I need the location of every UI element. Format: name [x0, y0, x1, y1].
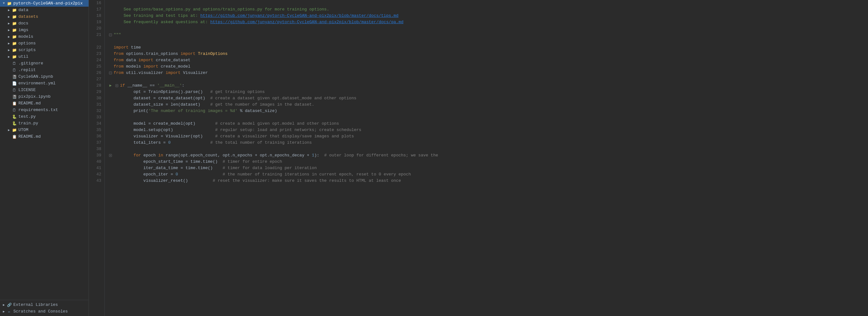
root-expand-arrow[interactable]: ▼	[1, 2, 6, 5]
datasets-label: datasets	[19, 14, 38, 19]
docs-arrow[interactable]: ▶	[6, 22, 11, 25]
datasets-arrow[interactable]: ▶	[6, 15, 11, 19]
root-folder-icon: 📁	[6, 1, 12, 6]
scripts-folder-icon: 📁	[11, 48, 17, 52]
data-arrow[interactable]: ▶	[6, 8, 11, 12]
code-line-35: model.setup(opt) # regular setup: load a…	[107, 127, 868, 133]
scratches-arrow[interactable]: ▶	[1, 310, 6, 313]
sidebar-item-cyclegan[interactable]: ▶ 📓 CycleGAN.ipynb	[0, 73, 89, 80]
fold-icon-26[interactable]	[109, 71, 112, 74]
models-folder-icon: 📁	[11, 35, 17, 39]
sidebar-item-license[interactable]: ▶ 🗒 LICENSE	[0, 87, 89, 93]
code-line-24: from data import create_dataset	[107, 57, 868, 63]
imgs-label: imgs	[19, 28, 28, 32]
sidebar-item-imgs[interactable]: ▶ 📁 imgs	[0, 27, 89, 33]
trainpy-file-icon: 🐍	[11, 121, 17, 126]
sidebar-item-testpy[interactable]: ▶ 🐍 test.py	[0, 113, 89, 120]
code-line-42: epoch_iter = 0 # the number of training …	[107, 171, 868, 178]
gutter-39[interactable]	[107, 154, 114, 157]
sidebar-item-pix2pix[interactable]: ▶ 📓 pix2pix.ipynb	[0, 93, 89, 100]
code-line-25: from models import create_model	[107, 63, 868, 70]
code-line-16	[107, 0, 868, 6]
code-line-blank	[107, 38, 868, 44]
docs-folder-icon: 📁	[11, 21, 17, 26]
license-file-icon: 🗒	[11, 88, 17, 92]
sidebar-item-utom[interactable]: ▶ 📁 UTOM	[0, 127, 89, 133]
options-label: options	[19, 41, 36, 46]
sidebar-item-scratches[interactable]: ▶ ✏️ Scratches and Consoles	[0, 308, 89, 315]
readme2-label: README.md	[19, 134, 41, 139]
sidebar-item-trainpy[interactable]: ▶ 🐍 train.py	[0, 120, 89, 127]
gutter-21	[107, 33, 114, 36]
fold-gutter-28[interactable]	[114, 84, 120, 87]
code-line-40: epoch_start_time = time.time() # timer f…	[107, 159, 868, 165]
sidebar-item-external-libraries[interactable]: ▶ 🔗 External Libraries	[0, 302, 89, 308]
util-folder-icon: 📁	[11, 55, 17, 59]
code-line-36: visualizer = Visualizer(opt) # create a …	[107, 133, 868, 139]
gutter-28[interactable]: ▶	[107, 83, 114, 89]
replit-file-icon: 🗒	[11, 68, 17, 72]
sidebar-item-replit[interactable]: ▶ 🗒 .replit	[0, 67, 89, 73]
code-area: 16 17 18 19 20 21 22 23 24 25 26 27 28 2…	[89, 0, 868, 316]
external-libraries-label: External Libraries	[13, 303, 58, 307]
code-line-39: for epoch in range(opt.epoch_count, opt.…	[107, 152, 868, 159]
sidebar-item-readme[interactable]: ▶ 📋 README.md	[0, 100, 89, 106]
readme-file-icon: 📋	[11, 101, 17, 106]
utom-arrow[interactable]: ▶	[6, 128, 11, 132]
scripts-label: scripts	[19, 48, 36, 52]
imgs-arrow[interactable]: ▶	[6, 28, 11, 32]
sidebar-item-options[interactable]: ▶ 📁 options	[0, 40, 89, 46]
tree-root[interactable]: ▼ 📁 pytorch-CycleGAN-and-pix2pix	[0, 0, 89, 7]
scripts-arrow[interactable]: ▶	[6, 48, 11, 52]
requirements-label: requirements.txt	[19, 107, 58, 112]
external-libraries-arrow[interactable]: ▶	[1, 303, 6, 307]
sidebar-item-requirements[interactable]: ▶ 🗒 requirements.txt	[0, 106, 89, 113]
sidebar-item-scripts[interactable]: ▶ 📁 scripts	[0, 46, 89, 53]
link-tips[interactable]: https://github.com/junyanz/pytorch-Cycle…	[200, 13, 398, 19]
sidebar-bottom: ▶ 🔗 External Libraries ▶ ✏️ Scratches an…	[0, 300, 89, 316]
line-numbers: 16 17 18 19 20 21 22 23 24 25 26 27 28 2…	[89, 0, 105, 316]
code-line-29: opt = TrainOptions().parse() # get train…	[107, 89, 868, 95]
fold-icon-39[interactable]	[109, 154, 112, 157]
util-arrow[interactable]: ▶	[6, 55, 11, 59]
models-label: models	[19, 34, 33, 39]
code-content: See options/base_options.py and options/…	[105, 0, 868, 316]
docs-label: docs	[19, 21, 28, 26]
imgs-folder-icon: 📁	[11, 28, 17, 32]
options-arrow[interactable]: ▶	[6, 41, 11, 45]
code-line-23: from options.train_options import TrainO…	[107, 51, 868, 57]
code-line-41: iter_data_time = time.time() # timer for…	[107, 165, 868, 171]
sidebar-item-envyml[interactable]: ▶ 📄 environment.yml	[0, 80, 89, 87]
fold-icon-21[interactable]	[109, 33, 112, 36]
code-line-30: dataset = create_dataset(opt) # create a…	[107, 95, 868, 101]
code-line-43: visualizer_reset() # reset the visualize…	[107, 178, 868, 184]
sidebar-item-util[interactable]: ▶ 📁 util	[0, 53, 89, 60]
pix2pix-file-icon: 📓	[11, 95, 17, 99]
sidebar-item-docs[interactable]: ▶ 📁 docs	[0, 20, 89, 27]
scratches-label: Scratches and Consoles	[13, 309, 68, 314]
code-line-37: total_iters = 0 # the total number of tr…	[107, 139, 868, 146]
code-line-27	[107, 76, 868, 83]
models-arrow[interactable]: ▶	[6, 35, 11, 39]
readme2-file-icon: 📋	[11, 134, 17, 139]
cyclegan-file-icon: 📓	[11, 74, 17, 79]
sidebar-item-models[interactable]: ▶ 📁 models	[0, 33, 89, 40]
sidebar-item-data[interactable]: ▶ 📁 data	[0, 7, 89, 13]
code-editor[interactable]: 16 17 18 19 20 21 22 23 24 25 26 27 28 2…	[89, 0, 868, 316]
sidebar-item-datasets[interactable]: ▶ 📁 datasets	[0, 13, 89, 20]
requirements-file-icon: 🗒	[11, 108, 17, 112]
trainpy-label: train.py	[19, 121, 38, 126]
cyclegan-label: CycleGAN.ipynb	[19, 74, 53, 79]
data-folder-icon: 📁	[11, 8, 17, 12]
code-line-21: """	[107, 32, 868, 38]
sidebar-item-readme2[interactable]: ▶ 📋 README.md	[0, 133, 89, 140]
code-line-22: import time	[107, 44, 868, 51]
replit-label: .replit	[19, 68, 36, 72]
sidebar-item-gitignore[interactable]: ▶ 🗒 .gitignore	[0, 60, 89, 67]
fold-icon-28[interactable]	[115, 84, 118, 87]
link-qa[interactable]: https://github.com/junyanz/pytorch-Cycle…	[210, 19, 404, 25]
envyml-label: environment.yml	[19, 81, 56, 86]
gitignore-label: .gitignore	[19, 61, 43, 66]
code-line-34: model = create_model(opt) # create a mod…	[107, 121, 868, 127]
code-line-33	[107, 114, 868, 121]
